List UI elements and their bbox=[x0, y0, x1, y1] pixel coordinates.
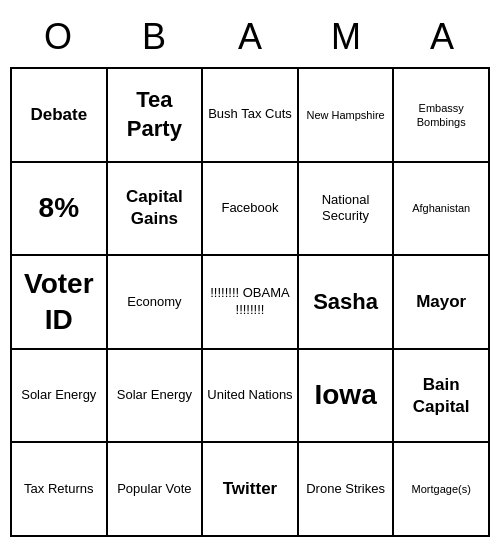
cell-label: Sasha bbox=[313, 288, 378, 317]
bingo-cell: Capital Gains bbox=[108, 163, 204, 257]
header-letter: M bbox=[298, 7, 394, 67]
bingo-cell: Solar Energy bbox=[12, 350, 108, 444]
bingo-card: OBAMA DebateTea PartyBush Tax CutsNew Ha… bbox=[10, 7, 490, 537]
cell-label: Debate bbox=[30, 104, 87, 126]
cell-label: Tax Returns bbox=[24, 481, 93, 498]
cell-label: New Hampshire bbox=[306, 108, 384, 122]
bingo-cell: 8% bbox=[12, 163, 108, 257]
cell-label: Voter ID bbox=[16, 266, 102, 339]
cell-label: 8% bbox=[39, 190, 79, 226]
cell-label: Iowa bbox=[314, 377, 376, 413]
header-letter: B bbox=[106, 7, 202, 67]
bingo-cell: Facebook bbox=[203, 163, 299, 257]
cell-label: Drone Strikes bbox=[306, 481, 385, 498]
bingo-cell: Mortgage(s) bbox=[394, 443, 490, 537]
bingo-cell: Tea Party bbox=[108, 69, 204, 163]
cell-label: Mayor bbox=[416, 291, 466, 313]
cell-label: National Security bbox=[303, 192, 389, 226]
cell-label: Afghanistan bbox=[412, 201, 470, 215]
bingo-cell: National Security bbox=[299, 163, 395, 257]
bingo-cell: Economy bbox=[108, 256, 204, 350]
bingo-cell: United Nations bbox=[203, 350, 299, 444]
bingo-cell: Voter ID bbox=[12, 256, 108, 350]
cell-label: Solar Energy bbox=[117, 387, 192, 404]
cell-label: Twitter bbox=[223, 478, 277, 500]
bingo-cell: Tax Returns bbox=[12, 443, 108, 537]
cell-label: Popular Vote bbox=[117, 481, 191, 498]
cell-label: Capital Gains bbox=[112, 186, 198, 230]
cell-label: Embassy Bombings bbox=[398, 101, 484, 130]
bingo-grid: DebateTea PartyBush Tax CutsNew Hampshir… bbox=[10, 67, 490, 537]
bingo-cell: !!!!!!!! OBAMA !!!!!!!! bbox=[203, 256, 299, 350]
cell-label: Economy bbox=[127, 294, 181, 311]
bingo-cell: Solar Energy bbox=[108, 350, 204, 444]
header-letter: A bbox=[202, 7, 298, 67]
cell-label: Bush Tax Cuts bbox=[208, 106, 292, 123]
cell-label: Solar Energy bbox=[21, 387, 96, 404]
bingo-cell: Afghanistan bbox=[394, 163, 490, 257]
bingo-cell: New Hampshire bbox=[299, 69, 395, 163]
cell-label: !!!!!!!! OBAMA !!!!!!!! bbox=[207, 285, 293, 319]
cell-label: Mortgage(s) bbox=[412, 482, 471, 496]
bingo-header: OBAMA bbox=[10, 7, 490, 67]
cell-label: Facebook bbox=[221, 200, 278, 217]
bingo-cell: Bush Tax Cuts bbox=[203, 69, 299, 163]
header-letter: O bbox=[10, 7, 106, 67]
bingo-cell: Drone Strikes bbox=[299, 443, 395, 537]
bingo-cell: Iowa bbox=[299, 350, 395, 444]
cell-label: United Nations bbox=[207, 387, 292, 404]
bingo-cell: Mayor bbox=[394, 256, 490, 350]
bingo-cell: Sasha bbox=[299, 256, 395, 350]
bingo-cell: Twitter bbox=[203, 443, 299, 537]
bingo-cell: Embassy Bombings bbox=[394, 69, 490, 163]
bingo-cell: Debate bbox=[12, 69, 108, 163]
bingo-cell: Popular Vote bbox=[108, 443, 204, 537]
header-letter: A bbox=[394, 7, 490, 67]
bingo-cell: Bain Capital bbox=[394, 350, 490, 444]
cell-label: Tea Party bbox=[112, 86, 198, 143]
cell-label: Bain Capital bbox=[398, 374, 484, 418]
